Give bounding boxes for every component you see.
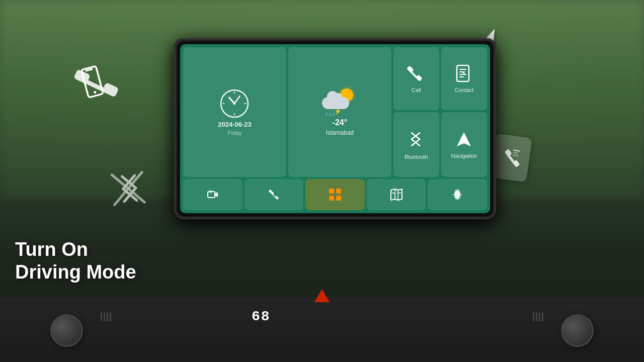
svg-rect-4 bbox=[513, 152, 518, 153]
overlay-line2: Driving Mode bbox=[15, 261, 136, 284]
right-knob[interactable] bbox=[561, 314, 594, 347]
navigation-tile[interactable]: Navigation bbox=[441, 112, 487, 177]
svg-rect-5 bbox=[513, 154, 519, 156]
bluetooth-float-icon bbox=[109, 167, 147, 212]
rain-icon bbox=[326, 113, 334, 116]
screen-bottom-bar bbox=[183, 179, 487, 210]
car-screen: 2024-06-23 Friday ⚡ -24° Islamabad bbox=[180, 44, 490, 213]
hazard-triangle-icon bbox=[314, 289, 330, 302]
dashboard-controls bbox=[0, 297, 644, 362]
lightning-icon: ⚡ bbox=[334, 108, 342, 115]
weather-temp: -24° bbox=[333, 118, 348, 127]
call-icon bbox=[407, 64, 425, 85]
svg-rect-22 bbox=[336, 189, 341, 194]
nav-apps-button[interactable] bbox=[305, 179, 365, 210]
contact-icon bbox=[455, 64, 473, 85]
contact-label: Contact bbox=[454, 87, 473, 93]
svg-rect-14 bbox=[457, 65, 469, 81]
svg-line-2 bbox=[112, 172, 144, 205]
svg-marker-19 bbox=[457, 132, 471, 146]
contact-float-icon bbox=[490, 133, 532, 182]
left-knob[interactable] bbox=[50, 314, 83, 347]
weather-icon: ⚡ bbox=[322, 88, 357, 116]
svg-point-13 bbox=[233, 103, 236, 105]
temperature-display: 68 bbox=[252, 309, 271, 324]
vent-right bbox=[533, 312, 543, 322]
temp-value: 68 bbox=[252, 309, 271, 324]
navigation-label: Navigation bbox=[451, 153, 477, 159]
svg-rect-24 bbox=[336, 196, 341, 201]
overlay-text: Turn On Driving Mode bbox=[15, 238, 136, 284]
nav-map-button[interactable] bbox=[367, 179, 426, 210]
bluetooth-icon bbox=[407, 129, 425, 152]
svg-line-11 bbox=[229, 98, 235, 104]
weather-city: Islamabad bbox=[326, 129, 354, 136]
contact-tile[interactable]: Contact bbox=[441, 47, 487, 110]
svg-rect-3 bbox=[513, 149, 520, 151]
clock-tile[interactable]: 2024-06-23 Friday bbox=[183, 47, 286, 177]
right-tiles: Call Cont bbox=[393, 47, 487, 177]
call-label: Call bbox=[412, 87, 421, 93]
clock-svg bbox=[219, 88, 250, 119]
car-screen-bezel: 2024-06-23 Friday ⚡ -24° Islamabad bbox=[177, 41, 493, 216]
nav-back-button[interactable] bbox=[183, 179, 243, 210]
svg-marker-25 bbox=[391, 189, 402, 200]
nav-settings-button[interactable] bbox=[428, 179, 487, 210]
clock-date: 2024-06-23 bbox=[218, 121, 252, 128]
clock-day: Friday bbox=[228, 130, 242, 136]
weather-tile[interactable]: ⚡ -24° Islamabad bbox=[288, 47, 391, 177]
bluetooth-label: Bluetooth bbox=[405, 154, 428, 160]
svg-rect-23 bbox=[329, 196, 334, 201]
nav-phone-button[interactable] bbox=[245, 179, 304, 210]
cloud-icon bbox=[322, 97, 349, 109]
call-tile[interactable]: Call bbox=[393, 47, 439, 110]
hazard-button[interactable] bbox=[314, 289, 330, 304]
screen-top-row: 2024-06-23 Friday ⚡ -24° Islamabad bbox=[183, 47, 487, 177]
vent-left bbox=[101, 312, 111, 322]
svg-line-12 bbox=[234, 96, 240, 104]
svg-rect-21 bbox=[329, 189, 334, 194]
navigation-icon bbox=[455, 130, 473, 151]
overlay-line1: Turn On bbox=[15, 238, 136, 261]
bluetooth-tile[interactable]: Bluetooth bbox=[393, 112, 439, 177]
